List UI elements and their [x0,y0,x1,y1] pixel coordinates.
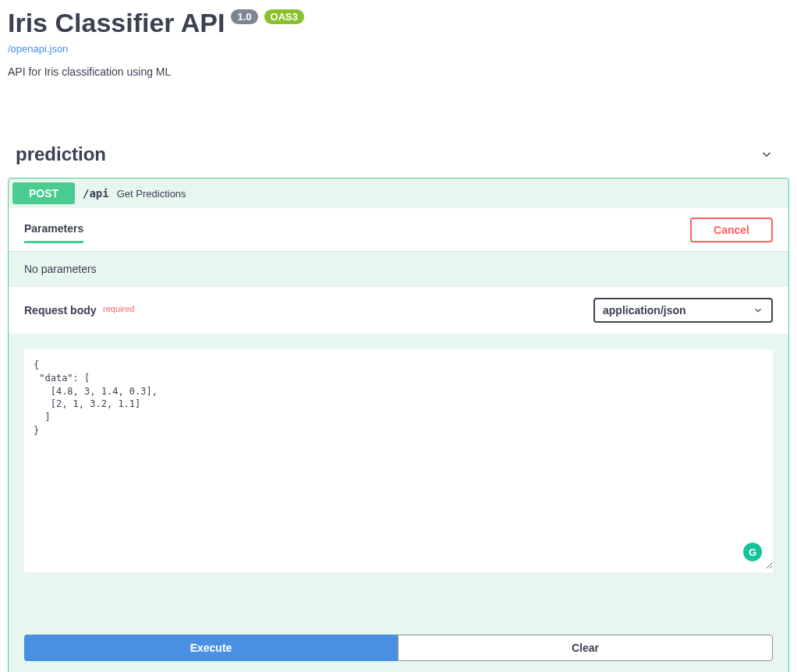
tab-parameters[interactable]: Parameters [24,216,83,243]
request-body-section: G [9,334,788,588]
action-buttons: Execute Clear [9,619,788,672]
method-badge: POST [12,182,75,204]
parameters-header: Parameters Cancel [9,208,788,251]
operation-path: /api [83,187,109,200]
execute-button[interactable]: Execute [24,635,398,661]
operation-block: POST /api Get Predictions Parameters Can… [8,178,789,672]
grammarly-icon: G [743,543,762,561]
chevron-down-icon [760,147,774,161]
request-body-textarea[interactable] [24,349,773,569]
content-type-select[interactable]: application/json [593,298,773,323]
version-badge: 1.0 [231,9,257,24]
operation-summary[interactable]: POST /api Get Predictions [9,179,788,208]
required-label: required [103,304,134,313]
tag-title: prediction [16,143,106,165]
api-description: API for Iris classification using ML [8,65,789,78]
api-header: Iris Classifier API 1.0 OAS3 /openapi.js… [8,0,789,94]
spec-link[interactable]: /openapi.json [8,43,68,55]
tag-section: prediction POST /api Get Predictions Par… [8,136,789,672]
cancel-button[interactable]: Cancel [690,218,773,242]
api-title: Iris Classifier API [8,8,225,38]
clear-button[interactable]: Clear [398,635,773,661]
parameters-empty-text: No parameters [9,251,788,286]
tag-header[interactable]: prediction [8,136,789,173]
operation-description: Get Predictions [117,188,186,200]
request-body-header: Request body required application/json [9,286,788,334]
oas-badge: OAS3 [264,9,304,24]
request-body-label: Request body [24,304,97,317]
